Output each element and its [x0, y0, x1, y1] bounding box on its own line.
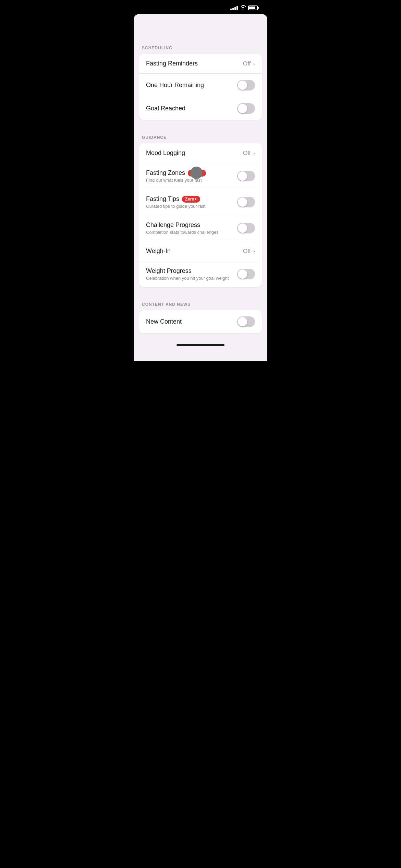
toggle-thumb-challenge-progress	[238, 224, 247, 233]
row-right-fasting-reminders: Off›	[243, 60, 255, 67]
toggle-thumb-new-content	[238, 317, 247, 326]
row-left-goal-reached: Goal Reached	[146, 105, 237, 112]
chevron-icon-mood-logging: ›	[253, 150, 255, 156]
home-bar	[177, 344, 224, 346]
status-bar	[134, 0, 267, 14]
back-button[interactable]	[142, 21, 154, 33]
row-title-fasting-tips: Fasting Tips	[146, 195, 179, 203]
row-right-weigh-in: Off›	[243, 248, 255, 255]
toggle-thumb-weight-progress	[238, 269, 247, 279]
home-indicator	[134, 341, 267, 347]
toggle-thumb-goal-reached	[238, 104, 247, 113]
settings-row-challenge-progress: Challenge ProgressCompletion stats towar…	[139, 215, 262, 241]
settings-card-scheduling: Fasting RemindersOff›One Hour RemainingG…	[139, 54, 262, 120]
row-subtitle-challenge-progress: Completion stats towards challenges	[146, 230, 237, 235]
row-title-weigh-in: Weigh-In	[146, 248, 171, 255]
row-left-new-content: New Content	[146, 318, 237, 325]
toggle-weight-progress[interactable]	[237, 269, 255, 279]
row-left-weight-progress: Weight ProgressCelebration when you hit …	[146, 267, 237, 281]
section-label-guidance: GUIDANCE	[134, 128, 267, 143]
settings-row-fasting-zones: Fasting ZonesZero+Find out what fuels yo…	[139, 163, 262, 189]
row-title-challenge-progress: Challenge Progress	[146, 221, 200, 229]
status-icons	[230, 5, 258, 11]
toggle-fasting-tips[interactable]	[237, 197, 255, 207]
row-subtitle-weight-progress: Celebration when you hit your goal weigh…	[146, 276, 237, 281]
toggle-one-hour-remaining[interactable]	[237, 80, 255, 91]
row-left-challenge-progress: Challenge ProgressCompletion stats towar…	[146, 221, 237, 235]
toggle-new-content[interactable]	[237, 316, 255, 327]
row-left-mood-logging: Mood Logging	[146, 149, 243, 157]
toggle-goal-reached[interactable]	[237, 103, 255, 114]
row-left-fasting-tips: Fasting TipsZero+Curated tips to guide y…	[146, 195, 237, 209]
section-label-content-and-news: CONTENT AND NEWS	[134, 295, 267, 310]
row-title-new-content: New Content	[146, 318, 182, 325]
row-right-challenge-progress	[237, 223, 255, 233]
toggle-thumb-one-hour-remaining	[238, 81, 247, 90]
row-title-one-hour-remaining: One Hour Remaining	[146, 82, 204, 89]
zero-plus-badge-fasting-tips: Zero+	[182, 196, 200, 203]
toggle-thumb-fasting-zones	[238, 171, 247, 181]
row-left-fasting-reminders: Fasting Reminders	[146, 60, 243, 67]
settings-row-weigh-in[interactable]: Weigh-InOff›	[139, 241, 262, 261]
chevron-icon-weigh-in: ›	[253, 249, 255, 254]
main-content: SCHEDULINGFasting RemindersOff›One Hour …	[134, 14, 267, 361]
settings-card-content-and-news: New Content	[139, 310, 262, 333]
settings-row-weight-progress: Weight ProgressCelebration when you hit …	[139, 261, 262, 287]
row-title-fasting-reminders: Fasting Reminders	[146, 60, 198, 67]
toggle-fasting-zones[interactable]	[237, 171, 255, 181]
signal-bars-icon	[230, 6, 238, 10]
row-value-fasting-reminders: Off	[243, 60, 251, 67]
battery-icon	[248, 5, 258, 10]
row-left-one-hour-remaining: One Hour Remaining	[146, 82, 237, 89]
row-value-mood-logging: Off	[243, 150, 251, 157]
row-right-goal-reached	[237, 103, 255, 114]
wifi-icon	[240, 5, 246, 11]
toggle-thumb-fasting-tips	[238, 197, 247, 207]
row-title-goal-reached: Goal Reached	[146, 105, 185, 112]
row-right-fasting-tips	[237, 197, 255, 207]
row-right-one-hour-remaining	[237, 80, 255, 91]
row-subtitle-fasting-zones: Find out what fuels your fast	[146, 178, 237, 183]
row-subtitle-fasting-tips: Curated tips to guide your fast	[146, 204, 237, 209]
settings-row-new-content: New Content	[139, 310, 262, 333]
row-left-weigh-in: Weigh-In	[146, 248, 243, 255]
row-title-fasting-zones: Fasting Zones	[146, 169, 185, 177]
row-right-fasting-zones	[237, 171, 255, 181]
settings-row-one-hour-remaining: One Hour Remaining	[139, 74, 262, 97]
row-title-weight-progress: Weight Progress	[146, 267, 192, 275]
row-title-mood-logging: Mood Logging	[146, 149, 185, 157]
row-right-mood-logging: Off›	[243, 150, 255, 157]
nav-header	[134, 14, 267, 39]
settings-row-mood-logging[interactable]: Mood LoggingOff›	[139, 143, 262, 163]
settings-row-goal-reached: Goal Reached	[139, 97, 262, 120]
row-value-weigh-in: Off	[243, 248, 251, 255]
settings-row-fasting-reminders[interactable]: Fasting RemindersOff›	[139, 54, 262, 74]
settings-card-guidance: Mood LoggingOff›Fasting ZonesZero+Find o…	[139, 143, 262, 287]
close-button[interactable]	[247, 21, 259, 33]
row-right-new-content	[237, 316, 255, 327]
settings-row-fasting-tips: Fasting TipsZero+Curated tips to guide y…	[139, 189, 262, 215]
tooltip-bubble-fasting-zones	[190, 167, 203, 179]
section-label-scheduling: SCHEDULING	[134, 39, 267, 54]
chevron-icon-fasting-reminders: ›	[253, 61, 255, 67]
row-right-weight-progress	[237, 269, 255, 279]
toggle-challenge-progress[interactable]	[237, 223, 255, 233]
